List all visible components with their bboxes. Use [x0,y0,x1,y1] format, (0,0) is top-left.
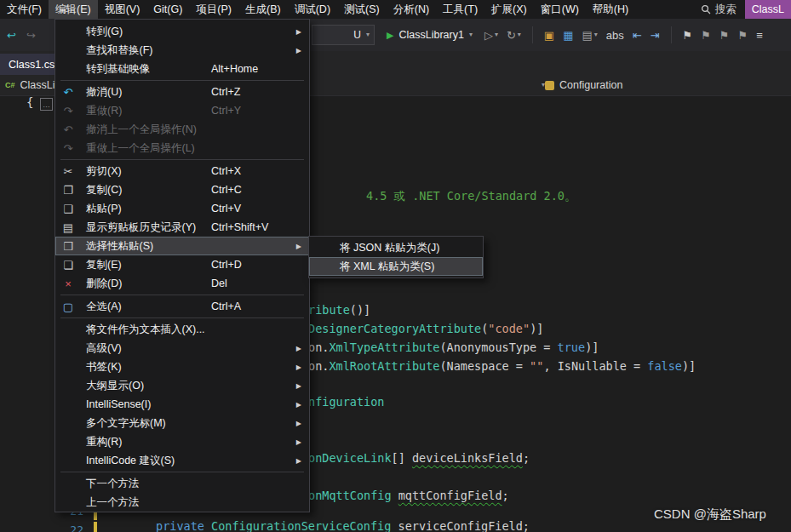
menu-item-label: 显示剪贴板历史记录(Y) [86,220,196,235]
menubar-item[interactable]: 项目(P) [189,0,238,19]
edit-menu-item[interactable]: ▤显示剪贴板历史记录(Y)Ctrl+Shift+V [55,218,309,237]
edit-menu-item[interactable]: ✂剪切(X)Ctrl+X [55,162,309,180]
paste-special-submenu: 将 JSON 粘贴为类(J)将 XML 粘贴为类(S) [308,236,484,278]
menubar-item[interactable]: 测试(S) [337,0,387,19]
edit-menu-item[interactable]: ▢全选(A)Ctrl+A [55,297,309,316]
undo-icon: ↶ [55,87,81,98]
duplicate-icon: ❏ [55,260,81,271]
code-token: (Namespace = [439,359,530,373]
menu-item-label: 复制(E) [86,258,122,272]
menu-item-label: 转到基础映像 [86,62,150,77]
edit-menu-item[interactable]: 将文件作为文本插入(X)... [55,320,309,339]
submenu-arrow-icon: ▶ [296,345,301,352]
menu-item-shortcut: Ctrl+D [211,259,242,271]
menu-item-label: 复制(C) [86,183,122,197]
visual-studio-window: 文件(F)编辑(E)视图(V)Git(G)项目(P)生成(B)调试(D)测试(S… [0,0,791,532]
global-undo-icon: ↶ [55,124,81,135]
edit-menu-item[interactable]: 书签(K)▶ [55,358,309,376]
edit-menu-item[interactable]: IntelliSense(I)▶ [55,395,309,414]
select-all-icon: ▢ [55,301,81,312]
code-line: onDeviceLink[] deviceLinksField; [308,451,530,465]
menu-item-label: 高级(V) [86,341,122,356]
edit-menu-item[interactable]: 查找和替换(F)▶ [55,41,309,60]
menu-item-label: 粘贴(P) [86,202,122,216]
menubar-item[interactable]: 帮助(H) [586,0,635,19]
edit-menu-item[interactable]: ×删除(D)Del [55,274,309,293]
code-token: "code" [488,322,530,335]
code-token: DesignerCategoryAttribute [308,322,481,335]
menubar-item[interactable]: 调试(D) [288,0,337,19]
code-token: ; [502,489,509,502]
edit-menu-item[interactable]: 转到(G)▶ [55,22,309,41]
edit-menu-item: ↷重做上一个全局操作(L) [55,139,309,157]
code-token: onDeviceLink [308,451,392,465]
line-number: 22 [61,523,83,532]
menu-item-label: 将 XML 粘贴为类(S) [340,260,434,274]
menubar-item[interactable]: 扩展(X) [484,0,534,19]
code-token: "" [530,359,543,373]
menu-item-shortcut: Ctrl+C [211,184,242,196]
code-token: true [558,340,586,354]
menubar-item[interactable]: Git(G) [146,0,189,19]
search-box[interactable]: 搜索 [692,0,745,19]
edit-menu-item: ↷重做(R)Ctrl+Y [55,101,309,120]
menu-item-shortcut: Ctrl+Z [211,86,240,98]
paste-special-item[interactable]: 将 JSON 粘贴为类(J) [309,238,483,257]
menu-separator [60,159,304,160]
menu-separator [60,472,304,472]
menubar-item[interactable]: 分析(N) [387,0,436,19]
watermark: CSDN @海盗Sharp [654,506,766,523]
code-line: private ConfigurationServiceConfig servi… [156,519,530,532]
code-token: ; [523,519,530,532]
edit-menu-item[interactable]: ❒选择性粘贴(S)▶ [55,237,309,255]
menubar-item[interactable]: 文件(F) [0,0,49,19]
menu-item-label: 将文件作为文本插入(X)... [86,323,205,337]
code-token: deviceLinksField [412,451,523,465]
edit-menu-item[interactable]: 下一个方法 [55,474,309,493]
submenu-arrow-icon: ▶ [296,438,301,446]
menubar-item[interactable]: 窗口(W) [534,0,586,19]
menubar-item[interactable]: 编辑(E) [49,0,98,19]
submenu-arrow-icon: ▶ [296,401,301,409]
edit-menu-item[interactable]: ❐复制(C)Ctrl+C [55,180,309,199]
menubar-items: 文件(F)编辑(E)视图(V)Git(G)项目(P)生成(B)调试(D)测试(S… [0,0,635,19]
edit-menu-item[interactable]: ↶撤消(U)Ctrl+Z [55,83,309,101]
code-line: nfiguration [308,395,384,409]
search-icon [701,4,711,14]
cut-icon: ✂ [55,166,81,177]
account-badge[interactable]: ClassL [745,0,791,19]
code-token: ; [523,451,530,465]
menu-item-shortcut: Ctrl+Shift+V [211,221,268,233]
edit-menu-item[interactable]: ❏复制(E)Ctrl+D [55,255,309,274]
edit-menu-item[interactable]: 多个文字光标(M)▶ [55,414,309,432]
edit-menu-item[interactable]: ❑粘贴(P)Ctrl+V [55,199,309,218]
edit-menu-item[interactable]: IntelliCode 建议(S)▶ [55,451,309,470]
menu-item-label: IntelliSense(I) [86,398,151,410]
paste-special-item[interactable]: 将 XML 粘贴为类(S) [309,257,483,276]
edit-menu-item[interactable]: 大纲显示(O)▶ [55,376,309,395]
edit-menu-item[interactable]: 转到基础映像Alt+Home [55,60,309,78]
menu-item-shortcut: Ctrl+Y [211,105,241,117]
menu-item-label: 撤消上一个全局操作(N) [86,123,197,137]
menubar-item[interactable]: 生成(B) [238,0,288,19]
code-token: (AnonymousType = [439,340,557,354]
code-token: false [647,359,682,373]
submenu-arrow-icon: ▶ [296,243,301,250]
menu-item-label: 全选(A) [86,300,122,314]
menubar-item[interactable]: 工具(T) [436,0,484,19]
menu-item-label: 多个文字光标(M) [86,416,166,431]
menu-item-label: IntelliCode 建议(S) [86,454,175,468]
edit-menu-item[interactable]: 高级(V)▶ [55,339,309,358]
menu-item-label: 书签(K) [86,360,122,375]
code-line: on.XmlRootAttribute(Namespace = "", IsNu… [308,359,696,373]
menubar-item[interactable]: 视图(V) [98,0,147,19]
code-token: onMqttConfig [308,489,392,502]
menu-item-shortcut: Del [211,277,227,289]
code-token: XmlRootAttribute [329,359,439,373]
code-token: serviceConfigField [398,519,523,532]
edit-menu-item[interactable]: 重构(R)▶ [55,432,309,451]
code-token: )] [530,322,543,335]
code-token: ribute [308,303,350,317]
code-token: on. [308,359,329,373]
edit-menu-item[interactable]: 上一个方法 [55,493,309,512]
